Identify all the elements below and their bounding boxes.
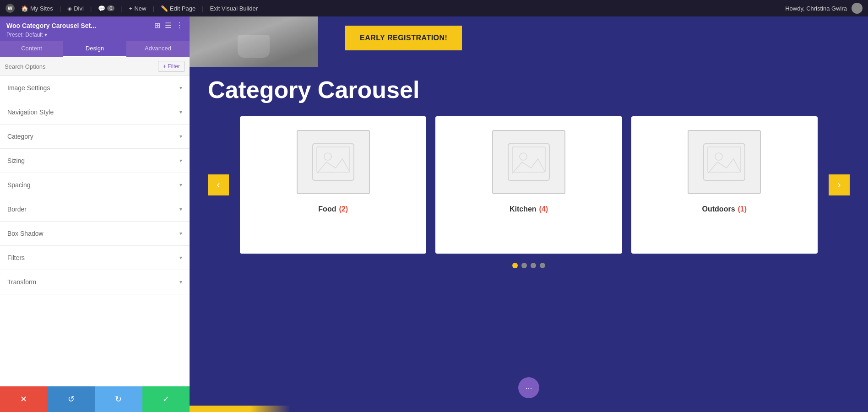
kitchen-card-label: Kitchen (4) bbox=[510, 205, 548, 213]
tab-content[interactable]: Content bbox=[0, 41, 63, 57]
dot-4[interactable] bbox=[540, 263, 545, 268]
tab-design[interactable]: Design bbox=[63, 41, 126, 57]
outdoors-placeholder-image bbox=[688, 130, 761, 194]
search-input[interactable] bbox=[5, 63, 154, 70]
accordion-header-sizing[interactable]: Sizing ▾ bbox=[0, 149, 190, 173]
chevron-down-icon-transform: ▾ bbox=[179, 279, 182, 285]
svg-point-8 bbox=[715, 153, 722, 160]
sidebar-header: Woo Category Carousel Set... ⊞ ☰ ⋮ Prese… bbox=[0, 16, 190, 41]
chevron-down-icon-category: ▾ bbox=[179, 133, 182, 140]
accordion-header-box-shadow[interactable]: Box Shadow ▾ bbox=[0, 222, 190, 245]
float-action-button[interactable]: ··· bbox=[518, 377, 539, 398]
outdoors-card-label: Outdoors (1) bbox=[702, 205, 747, 213]
sidebar: Woo Category Carousel Set... ⊞ ☰ ⋮ Prese… bbox=[0, 16, 190, 412]
accordion-header-border[interactable]: Border ▾ bbox=[0, 197, 190, 221]
accordion-filters: Filters ▾ bbox=[0, 246, 190, 270]
accordion-label-sizing: Sizing bbox=[7, 157, 25, 164]
exit-visual-builder-link[interactable]: Exit Visual Builder bbox=[210, 5, 258, 12]
top-bar-left: W 🏠 My Sites | ◈ Divi | 💬 0 | + New | ✏️… bbox=[5, 4, 778, 13]
accordion-label-category: Category bbox=[7, 133, 33, 140]
top-bar-right: Howdy, Christina Gwira bbox=[785, 3, 863, 14]
wp-icon[interactable]: W bbox=[5, 4, 15, 13]
grid-icon[interactable]: ⊞ bbox=[154, 21, 160, 30]
divi-link[interactable]: ◈ Divi bbox=[67, 5, 84, 12]
accordion-category: Category ▾ bbox=[0, 125, 190, 149]
my-sites-link[interactable]: 🏠 My Sites bbox=[21, 5, 53, 12]
undo-button[interactable]: ↺ bbox=[48, 386, 95, 412]
kitchen-label-text: Kitchen bbox=[510, 205, 537, 213]
food-card-label: Food (2) bbox=[318, 205, 348, 213]
carousel-next-button[interactable]: › bbox=[829, 174, 850, 195]
cancel-button[interactable]: ✕ bbox=[0, 386, 48, 412]
accordion-label-navigation-style: Navigation Style bbox=[7, 108, 54, 116]
dots-icon[interactable]: ⋮ bbox=[176, 21, 183, 30]
accordion-header-navigation-style[interactable]: Navigation Style ▾ bbox=[0, 100, 190, 124]
menu-icon[interactable]: ☰ bbox=[165, 21, 171, 30]
svg-point-5 bbox=[520, 153, 527, 160]
svg-point-2 bbox=[324, 153, 331, 160]
chevron-down-icon-box-shadow: ▾ bbox=[179, 230, 182, 237]
new-link[interactable]: + New bbox=[129, 5, 146, 12]
early-registration-button[interactable]: EARLY REGISTRATION! bbox=[345, 26, 462, 50]
bottom-toolbar: ✕ ↺ ↻ ✓ bbox=[0, 386, 190, 412]
dot-3[interactable] bbox=[531, 263, 536, 268]
accordion-sizing: Sizing ▾ bbox=[0, 149, 190, 173]
user-avatar bbox=[852, 3, 863, 14]
hero-image bbox=[190, 16, 318, 67]
filter-button[interactable]: + Filter bbox=[158, 61, 185, 72]
accordion-spacing: Spacing ▾ bbox=[0, 173, 190, 197]
outdoors-label-text: Outdoors bbox=[702, 205, 735, 213]
chevron-down-icon-filters: ▾ bbox=[179, 255, 182, 261]
accordion-list: Image Settings ▾ Navigation Style ▾ Cate… bbox=[0, 76, 190, 386]
accordion-header-filters[interactable]: Filters ▾ bbox=[0, 246, 190, 270]
accordion-label-border: Border bbox=[7, 206, 27, 213]
svg-rect-0 bbox=[313, 144, 354, 180]
search-row: + Filter bbox=[0, 57, 190, 76]
svg-rect-7 bbox=[708, 147, 741, 172]
accordion-navigation-style: Navigation Style ▾ bbox=[0, 100, 190, 125]
sidebar-title-row: Woo Category Carousel Set... ⊞ ☰ ⋮ bbox=[6, 21, 183, 30]
accordion-label-image-settings: Image Settings bbox=[7, 84, 50, 92]
edit-page-link[interactable]: ✏️ Edit Page bbox=[161, 5, 195, 12]
svg-rect-4 bbox=[512, 147, 545, 172]
accordion-label-box-shadow: Box Shadow bbox=[7, 230, 43, 237]
chevron-down-icon-sizing: ▾ bbox=[179, 157, 182, 164]
redo-button[interactable]: ↻ bbox=[95, 386, 142, 412]
svg-rect-1 bbox=[317, 147, 350, 172]
accordion-label-filters: Filters bbox=[7, 254, 25, 261]
chevron-down-icon-navigation-style: ▾ bbox=[179, 109, 182, 115]
sidebar-title-icons: ⊞ ☰ ⋮ bbox=[154, 21, 183, 30]
svg-rect-6 bbox=[704, 144, 745, 180]
accordion-header-spacing[interactable]: Spacing ▾ bbox=[0, 173, 190, 197]
carousel-prev-button[interactable]: ‹ bbox=[208, 174, 229, 195]
float-icon: ··· bbox=[525, 383, 532, 393]
howdy-text: Howdy, Christina Gwira bbox=[785, 5, 847, 12]
main-area: Woo Category Carousel Set... ⊞ ☰ ⋮ Prese… bbox=[0, 16, 868, 412]
carousel-card-outdoors: Outdoors (1) bbox=[631, 116, 818, 254]
dot-2[interactable] bbox=[521, 263, 527, 268]
svg-rect-3 bbox=[508, 144, 549, 180]
top-strip: EARLY REGISTRATION! bbox=[190, 16, 868, 67]
dot-1[interactable] bbox=[512, 263, 518, 268]
chevron-down-icon-image-settings: ▾ bbox=[179, 85, 182, 91]
tab-advanced[interactable]: Advanced bbox=[126, 41, 190, 57]
top-bar: W 🏠 My Sites | ◈ Divi | 💬 0 | + New | ✏️… bbox=[0, 0, 868, 16]
accordion-border: Border ▾ bbox=[0, 197, 190, 222]
comments-link[interactable]: 💬 0 bbox=[98, 5, 114, 12]
accordion-header-category[interactable]: Category ▾ bbox=[0, 125, 190, 148]
accordion-label-spacing: Spacing bbox=[7, 181, 31, 189]
accordion-label-transform: Transform bbox=[7, 278, 36, 286]
preset-row[interactable]: Preset: Default ▾ bbox=[6, 32, 183, 38]
preset-chevron-icon: ▾ bbox=[44, 32, 47, 38]
carousel-section: Category Carousel ‹ bbox=[190, 67, 868, 412]
chevron-down-icon-border: ▾ bbox=[179, 206, 182, 212]
carousel-title: Category Carousel bbox=[208, 76, 850, 103]
accordion-transform: Transform ▾ bbox=[0, 270, 190, 294]
carousel-dots bbox=[208, 263, 850, 268]
save-button[interactable]: ✓ bbox=[142, 386, 190, 412]
tab-bar: Content Design Advanced bbox=[0, 41, 190, 57]
carousel-card-kitchen: Kitchen (4) bbox=[435, 116, 622, 254]
accordion-header-image-settings[interactable]: Image Settings ▾ bbox=[0, 76, 190, 100]
accordion-header-transform[interactable]: Transform ▾ bbox=[0, 270, 190, 294]
carousel-wrapper: ‹ Food bbox=[208, 116, 850, 254]
